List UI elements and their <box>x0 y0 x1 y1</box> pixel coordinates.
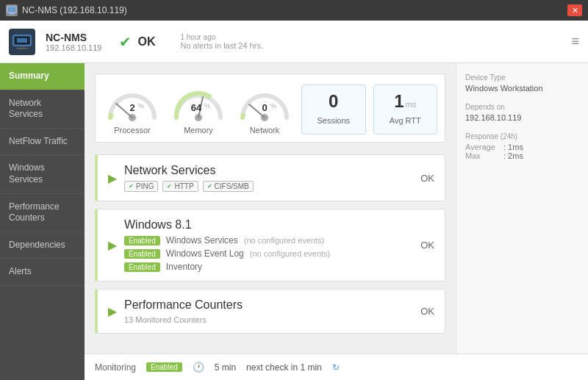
svg-text:%: % <box>270 102 276 110</box>
avg-value: : 1ms <box>503 143 523 151</box>
sidebar-item-alerts[interactable]: Alerts <box>0 259 85 286</box>
perf-status: OK <box>420 306 434 317</box>
depends-on-value: 192.168.10.119 <box>465 113 579 122</box>
main-layout: Summary Network Services NetFlow Traffic… <box>0 63 588 380</box>
sidebar-item-windows-services[interactable]: Windows Services <box>0 155 85 193</box>
windows-row-1: Enabled Windows Services (no configured … <box>124 235 420 245</box>
interval-icon: 🕐 <box>193 362 204 373</box>
main-content: 2 % Processor 64 % <box>85 63 456 354</box>
device-name: NC-NMS <box>46 32 101 43</box>
device-icon <box>9 29 35 55</box>
sidebar-item-netflow[interactable]: NetFlow Traffic <box>0 129 85 156</box>
network-services-title: Network Services <box>124 164 420 177</box>
perf-counters-card: ▶ Performance Counters 13 Monitored Coun… <box>95 289 445 334</box>
svg-text:2: 2 <box>129 102 135 113</box>
content-area: 2 % Processor 64 % <box>85 63 588 380</box>
sessions-stat: 0 Sessions <box>301 85 366 135</box>
device-type-section: Device Type Windows Workstation <box>465 74 579 93</box>
perf-card-arrow-icon: ▶ <box>108 304 117 318</box>
avg-rtt-unit: ms <box>406 100 417 109</box>
avg-rtt-stat: 1 ms Avg RTT <box>373 85 438 135</box>
app-header: NC-NMS 192.168.10.119 ✔ OK 1 hour ago No… <box>0 21 588 63</box>
svg-rect-5 <box>17 38 27 43</box>
depends-on-label: Depends on <box>465 103 579 111</box>
status-area: ✔ OK <box>119 33 155 51</box>
windows-status: OK <box>420 240 434 251</box>
sidebar-item-summary[interactable]: Summary <box>0 63 85 90</box>
time-info: 1 hour ago No alerts in last 24 hrs. <box>180 33 263 50</box>
svg-rect-6 <box>19 46 25 48</box>
network-gauge: 0 % Network <box>235 85 294 135</box>
cifs-check-icon: ✔ <box>207 183 212 190</box>
svg-text:0: 0 <box>262 102 267 113</box>
time-ago: 1 hour ago <box>180 33 263 41</box>
device-info: NC-NMS 192.168.10.119 <box>46 32 101 52</box>
windows-services-note: (no configured events) <box>244 236 324 245</box>
network-services-tags: ✔ PING ✔ HTTP ✔ CIFS/SMB <box>124 181 420 192</box>
badge-windows-services: Enabled <box>124 236 160 245</box>
ping-check-icon: ✔ <box>129 183 134 190</box>
tag-cifs: ✔ CIFS/SMB <box>203 181 254 192</box>
event-log-text: Windows Event Log <box>166 248 244 259</box>
sidebar-item-network-services[interactable]: Network Services <box>0 90 85 129</box>
next-check-label: next check in 1 min <box>246 362 322 373</box>
svg-text:%: % <box>138 102 144 110</box>
perf-subtitle: 13 Monitored Counters <box>124 315 420 324</box>
title-bar: NC-NMS (192.168.10.119) ✕ <box>0 0 588 21</box>
badge-inventory: Enabled <box>124 262 160 272</box>
sidebar-item-perf-counters[interactable]: Performance Counters <box>0 194 85 232</box>
svg-rect-2 <box>10 13 14 15</box>
sidebar-item-dependencies[interactable]: Dependencies <box>0 232 85 259</box>
inventory-text: Inventory <box>166 262 202 272</box>
max-value: : 2ms <box>503 151 523 160</box>
max-response-row: Max : 2ms <box>465 151 579 160</box>
memory-label: Memory <box>184 126 213 135</box>
close-button[interactable]: ✕ <box>567 4 582 16</box>
windows-row-3: Enabled Inventory <box>124 262 420 272</box>
svg-text:64: 64 <box>191 102 202 113</box>
max-key: Max <box>465 151 501 160</box>
status-label: OK <box>137 35 155 49</box>
avg-key: Average <box>465 143 501 151</box>
svg-text:%: % <box>204 102 210 110</box>
interval-value: 5 min <box>215 362 236 373</box>
response-label: Response (24h) <box>465 132 579 140</box>
perf-title: Performance Counters <box>124 298 420 312</box>
memory-gauge: 64 % Memory <box>169 85 228 135</box>
badge-event-log: Enabled <box>124 249 160 259</box>
right-panel: Device Type Windows Workstation Depends … <box>456 63 588 354</box>
monitoring-label: Monitoring <box>95 362 136 373</box>
card-body-windows: Windows 8.1 Enabled Windows Services (no… <box>124 218 420 272</box>
header-menu-button[interactable]: ≡ <box>571 34 579 49</box>
windows-services-text: Windows Services <box>166 235 238 245</box>
card-body-perf: Performance Counters 13 Monitored Counte… <box>124 298 420 324</box>
device-type-value: Windows Workstation <box>465 84 579 93</box>
response-section: Response (24h) Average : 1ms Max : 2ms <box>465 132 579 160</box>
network-services-status: OK <box>420 173 434 184</box>
refresh-icon[interactable]: ↻ <box>332 362 340 373</box>
card-body-network-services: Network Services ✔ PING ✔ HTTP ✔ <box>124 164 420 192</box>
status-check-icon: ✔ <box>119 33 132 51</box>
network-services-card: ▶ Network Services ✔ PING ✔ HTTP <box>95 154 445 201</box>
avg-rtt-value: 1 <box>394 91 404 112</box>
monitoring-enabled-badge: Enabled <box>146 362 182 372</box>
windows-row-2: Enabled Windows Event Log (no configured… <box>124 248 420 259</box>
footer: Monitoring Enabled 🕐 5 min next check in… <box>85 354 588 380</box>
content-right-wrap: 2 % Processor 64 % <box>85 63 588 354</box>
title-bar-text: NC-NMS (192.168.10.119) <box>22 5 127 15</box>
card-arrow-icon: ▶ <box>108 171 117 185</box>
processor-label: Processor <box>114 126 151 135</box>
svg-rect-1 <box>10 8 14 11</box>
event-log-note: (no configured events) <box>250 249 330 258</box>
no-alerts: No alerts in last 24 hrs. <box>180 41 263 50</box>
device-type-label: Device Type <box>465 74 579 82</box>
network-gauge-label: Network <box>250 126 279 135</box>
avg-response-row: Average : 1ms <box>465 143 579 151</box>
sessions-value: 0 <box>329 91 338 112</box>
windows-card-arrow-icon: ▶ <box>108 238 117 252</box>
sessions-label: Sessions <box>317 116 350 125</box>
depends-on-section: Depends on 192.168.10.119 <box>465 103 579 122</box>
windows-81-card: ▶ Windows 8.1 Enabled Windows Services (… <box>95 209 445 282</box>
http-check-icon: ✔ <box>167 183 172 190</box>
avg-rtt-label: Avg RTT <box>390 116 421 125</box>
